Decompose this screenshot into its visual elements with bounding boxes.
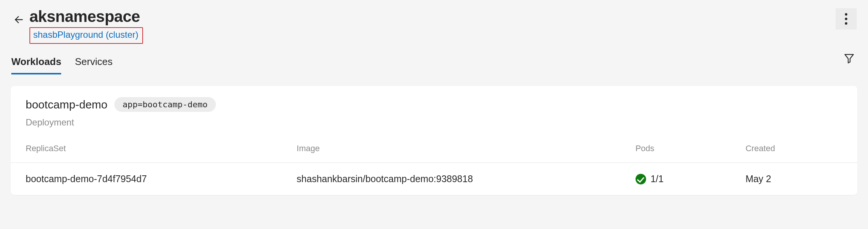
cell-pods: 1/1: [620, 163, 731, 195]
cluster-link[interactable]: shasbPlayground (cluster): [29, 27, 143, 44]
filter-icon: [843, 53, 855, 64]
svg-point-3: [845, 22, 847, 25]
col-header-pods[interactable]: Pods: [620, 144, 731, 163]
svg-marker-4: [845, 54, 854, 63]
workload-label-chip[interactable]: app=bootcamp-demo: [114, 97, 216, 112]
cell-created: May 2: [730, 163, 857, 195]
svg-point-1: [845, 13, 847, 15]
more-menu-button[interactable]: [836, 8, 857, 29]
col-header-replicaset[interactable]: ReplicaSet: [11, 144, 282, 163]
table-row[interactable]: bootcamp-demo-7d4f7954d7 shashankbarsin/…: [11, 163, 857, 195]
back-button[interactable]: [11, 12, 26, 27]
cell-replicaset: bootcamp-demo-7d4f7954d7: [11, 163, 282, 195]
filter-button[interactable]: [842, 51, 857, 66]
cell-image: shashankbarsin/bootcamp-demo:9389818: [282, 163, 620, 195]
workload-kind: Deployment: [26, 117, 842, 128]
tab-services[interactable]: Services: [75, 55, 112, 74]
page-title: aksnamespace: [29, 8, 143, 25]
col-header-image[interactable]: Image: [282, 144, 620, 163]
status-ok-icon: [636, 174, 646, 184]
pods-count: 1/1: [651, 173, 664, 184]
svg-point-2: [845, 18, 847, 20]
arrow-left-icon: [14, 14, 24, 25]
workload-card: bootcamp-demo app=bootcamp-demo Deployme…: [11, 86, 857, 195]
more-vertical-icon: [845, 13, 848, 25]
workload-name[interactable]: bootcamp-demo: [26, 98, 108, 111]
tab-workloads[interactable]: Workloads: [11, 55, 61, 74]
col-header-created[interactable]: Created: [730, 144, 857, 163]
